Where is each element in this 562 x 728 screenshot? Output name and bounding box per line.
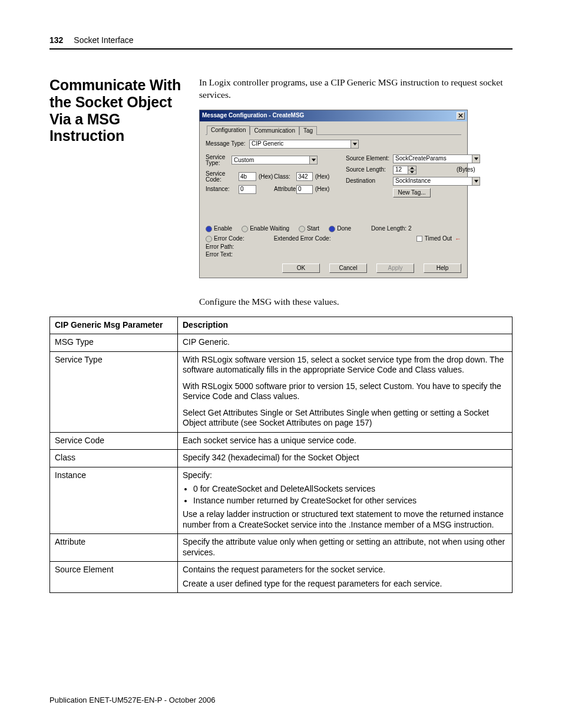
close-icon[interactable] (457, 112, 465, 120)
table-row: ClassSpecify 342 (hexadecimal) for the S… (50, 450, 513, 467)
service-code-label: Service Code: (206, 171, 236, 183)
table-row: Service CodeEach socket service has a un… (50, 432, 513, 450)
dialog-footer: OK Cancel Apply Help (206, 263, 461, 273)
list-item: Instance number returned by CreateSocket… (193, 496, 507, 506)
message-type-value: CIP Generic (250, 141, 351, 147)
message-type-label: Message Type: (206, 141, 249, 147)
tab-communication[interactable]: Communication (250, 126, 299, 135)
status-enable-waiting: Enable Waiting (242, 226, 289, 232)
ok-button[interactable]: OK (282, 263, 320, 273)
status-enable: Enable (206, 226, 232, 232)
msg-parameter-table: CIP Generic Msg Parameter Description MS… (49, 317, 513, 594)
service-type-value: Custom (232, 157, 309, 163)
timed-out-checkbox[interactable]: Timed Out ← (416, 236, 461, 242)
intro-paragraph-1: In Logix controller programs, use a CIP … (199, 77, 513, 101)
class-label: Class: (274, 174, 294, 180)
source-length-field[interactable]: 12 (393, 166, 416, 174)
list-item: 0 for CreateSocket and DeleteAllSockets … (193, 484, 507, 495)
hex-label: (Hex) (259, 174, 272, 180)
instance-field[interactable]: 0 (239, 185, 256, 194)
new-tag-button[interactable]: New Tag... (393, 188, 431, 197)
instance-label: Instance: (206, 186, 236, 192)
table-row: MSG TypeCIP Generic. (50, 334, 513, 352)
help-button[interactable]: Help (424, 263, 461, 273)
extended-error-code-label: Extended Error Code: (274, 236, 331, 242)
destination-label: Destination (346, 178, 391, 184)
message-type-row: Message Type: CIP Generic (206, 140, 461, 149)
dialog-title-text: Message Configuration - CreateMSG (202, 113, 304, 118)
attribute-field[interactable]: 0 (296, 185, 313, 194)
message-config-dialog: Message Configuration - CreateMSG Config… (199, 110, 468, 278)
status-done: Done (329, 226, 351, 232)
status-row: Enable Enable Waiting Start Done Done Le… (206, 226, 461, 232)
col-header-param: CIP Generic Msg Parameter (50, 317, 178, 334)
chapter-title: Socket Interface (74, 35, 133, 45)
table-row: Instance Specify: 0 for CreateSocket and… (50, 467, 513, 534)
destination-combobox[interactable]: SockInstance (393, 177, 480, 186)
chevron-down-icon[interactable] (309, 156, 317, 164)
chevron-down-icon[interactable] (351, 140, 358, 148)
arrow-left-icon: ← (455, 236, 461, 242)
publication-footer: Publication ENET-UM527E-EN-P - October 2… (49, 696, 216, 704)
page-header: 132 Socket Interface (49, 35, 513, 50)
service-type-label: Service Type: (206, 154, 232, 166)
intro-paragraph-2: Configure the MSG with these values. (199, 296, 513, 308)
source-length-label: Source Length: (346, 167, 391, 173)
status-start: Start (299, 226, 319, 232)
col-header-desc: Description (178, 317, 513, 334)
hex-label-2: (Hex) (315, 174, 328, 180)
service-type-combobox[interactable]: Custom (232, 156, 318, 164)
spin-down-icon[interactable] (408, 170, 416, 174)
timed-out-label: Timed Out (425, 236, 452, 242)
chevron-down-icon[interactable] (472, 177, 480, 185)
table-row: Service Type With RSLogix software versi… (50, 351, 513, 432)
section-title: Communicate With the Socket Object Via a… (49, 77, 185, 144)
status-error-code: Error Code: (206, 236, 244, 242)
error-text-label: Error Text: (206, 252, 244, 258)
apply-button[interactable]: Apply (376, 263, 414, 273)
checkbox-icon[interactable] (416, 236, 422, 242)
source-element-label: Source Element: (346, 156, 391, 162)
hex-label-3: (Hex) (315, 186, 328, 192)
done-length: Done Length: 2 (371, 226, 411, 232)
cancel-button[interactable]: Cancel (329, 263, 367, 273)
source-length-value: 12 (394, 167, 408, 173)
table-row: AttributeSpecify the attribute value onl… (50, 534, 513, 562)
source-element-value: SockCreateParams (394, 156, 472, 162)
page-number: 132 (49, 35, 63, 45)
dialog-titlebar: Message Configuration - CreateMSG (200, 110, 467, 121)
tab-configuration[interactable]: Configuration (207, 126, 250, 135)
service-code-field[interactable]: 4b (239, 172, 256, 181)
table-row: Source Element Contains the request para… (50, 562, 513, 593)
heading-layout: Communicate With the Socket Object Via a… (49, 77, 513, 317)
tab-strip: Configuration Communication Tag (206, 125, 461, 135)
source-element-combobox[interactable]: SockCreateParams (393, 154, 480, 163)
error-path-label: Error Path: (206, 244, 244, 250)
tab-tag[interactable]: Tag (299, 126, 317, 135)
attribute-label: Attribute: (274, 186, 294, 192)
message-type-combobox[interactable]: CIP Generic (249, 140, 359, 149)
chevron-down-icon[interactable] (472, 155, 480, 163)
spin-buttons[interactable] (408, 166, 416, 174)
bytes-label: (Bytes) (457, 167, 480, 173)
class-field[interactable]: 342 (296, 172, 313, 181)
destination-value: SockInstance (394, 178, 472, 184)
